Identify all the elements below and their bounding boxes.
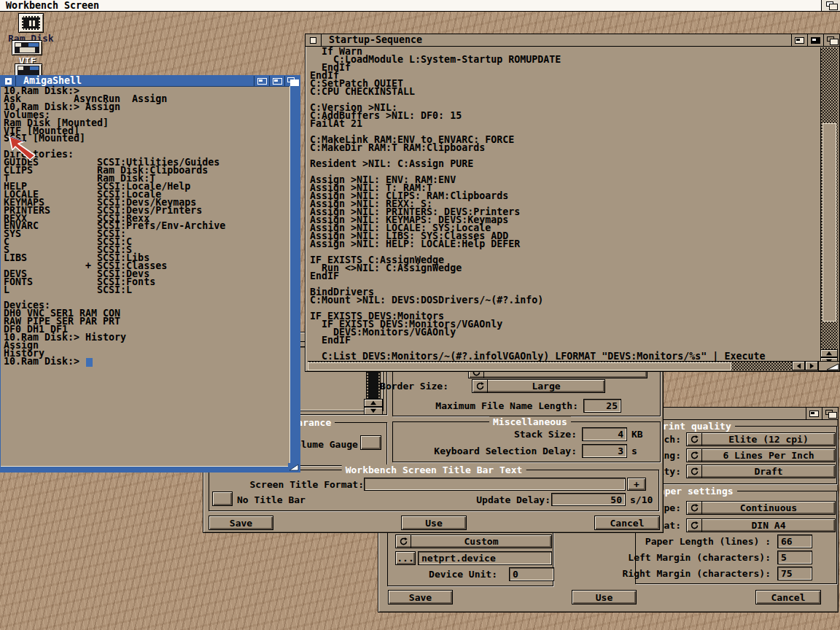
right-margin-field[interactable]: 75	[777, 567, 812, 580]
pitch-cycle[interactable]: Elite (12 cpi)	[686, 432, 836, 446]
close-gadget[interactable]	[306, 34, 322, 46]
keydelay-unit-label: s	[631, 446, 637, 456]
startup-resize-gadget[interactable]	[818, 361, 840, 371]
cycle-icon	[396, 535, 411, 548]
cycle-icon	[687, 433, 702, 446]
printer-type-value: Custom	[411, 535, 551, 548]
stack-size-field[interactable]: 4	[582, 427, 627, 441]
quality-value: Draft	[702, 465, 835, 478]
paper-length-label: Paper Length (lines) :	[645, 536, 771, 547]
printer-cancel-button[interactable]: Cancel	[755, 590, 821, 604]
printer-use-button[interactable]: Use	[572, 590, 637, 604]
max-filename-label: Maximum File Name Length:	[435, 400, 578, 411]
spacing-cycle[interactable]: 6 Lines Per Inch	[686, 448, 836, 462]
paper-type-cycle[interactable]: Continuous	[686, 501, 836, 515]
startup-scroll-left-button[interactable]	[792, 361, 805, 370]
ram-disk-icon[interactable]: Ram Disk	[18, 13, 44, 33]
cycle-icon	[687, 519, 702, 532]
startup-hscrollbar-track[interactable]	[308, 361, 792, 370]
update-delay-field[interactable]: 50	[551, 493, 626, 506]
keydelay-field[interactable]: 3	[582, 444, 627, 458]
device-name-field[interactable]: netprt.device	[418, 551, 552, 565]
listview-scrollbar-thumb[interactable]	[368, 370, 378, 399]
print-quality-header: Print quality	[653, 421, 735, 432]
stack-size-label: Stack Size:	[514, 429, 577, 440]
update-delay-unit: s/10	[630, 494, 653, 505]
left-margin-label: Left Margin (characters):	[628, 552, 771, 563]
format-insert-button[interactable]: +	[627, 478, 646, 491]
screen-titlebar[interactable]: Workbench Screen	[0, 0, 840, 12]
volume-gauge-checkbox[interactable]	[360, 435, 381, 450]
iconify-gadget[interactable]	[807, 34, 823, 46]
border-size-label: Border Size:	[380, 381, 448, 392]
printer-save-button[interactable]: Save	[388, 590, 453, 604]
screen-title-format-label: Screen Title Format:	[249, 479, 364, 490]
left-margin-field[interactable]: 5	[777, 551, 812, 564]
pitch-value: Elite (12 cpi)	[702, 433, 835, 446]
startup-vscrollbar-track[interactable]	[820, 47, 838, 349]
cycle-icon	[687, 502, 702, 514]
list-scroll-down-button[interactable]	[364, 407, 383, 415]
no-titlebar-checkbox[interactable]	[212, 491, 233, 506]
update-delay-label: Update Delay:	[476, 494, 551, 505]
mouse-pointer-icon	[9, 136, 38, 160]
shell-right-scrollbar[interactable]	[289, 86, 300, 472]
no-titlebar-label: No Title Bar	[237, 494, 306, 505]
miscellaneous-group: Miscellaneous Stack Size: 4 KB Keyboard …	[392, 421, 661, 462]
zoom-gadget[interactable]	[806, 408, 822, 419]
wbprefs-cancel-button[interactable]: Cancel	[594, 516, 660, 530]
zoom-gadget[interactable]	[791, 34, 807, 46]
device-unit-label: Device Unit:	[429, 569, 497, 580]
startup-scroll-right-button[interactable]	[805, 361, 818, 370]
vif-disk-icon[interactable]: VIF	[12, 40, 42, 55]
amigashell-window: AmigaShell 10.Ram Disk:> Ask AsyncRun As…	[0, 75, 300, 472]
screen-title: Workbench Screen	[6, 0, 99, 11]
right-margin-label: Right Margin (characters):	[623, 568, 771, 579]
spacing-value: 6 Lines Per Inch	[702, 449, 835, 462]
max-filename-field[interactable]: 25	[583, 399, 621, 413]
device-browse-button[interactable]: ...	[395, 551, 416, 565]
cycle-icon	[687, 449, 702, 462]
shell-title: AmigaShell	[16, 76, 82, 86]
miscellaneous-header: Miscellaneous	[489, 416, 571, 427]
keydelay-label: Keyboard Selection Delay:	[434, 446, 577, 456]
depth-gadget[interactable]	[823, 34, 839, 46]
printer-type-cycle[interactable]: Custom	[395, 534, 552, 548]
startup-sequence-window: Startup-Sequence If Warn C:LoadModule L:…	[305, 34, 840, 372]
startup-titlebar[interactable]: Startup-Sequence	[306, 34, 839, 47]
paper-format-cycle[interactable]: DIN A4	[686, 518, 836, 532]
close-gadget[interactable]	[1, 76, 16, 86]
list-scroll-up-button[interactable]	[364, 399, 383, 407]
shell-bottom-border	[1, 466, 300, 472]
ram-chip-icon	[18, 13, 44, 33]
shell-cursor	[86, 358, 93, 367]
titlebar-text-header: Workbench Screen Title Bar Text	[342, 464, 526, 475]
quality-cycle[interactable]: Draft	[686, 464, 836, 478]
device-unit-field[interactable]: 0	[509, 567, 554, 581]
screen-title-format-field[interactable]	[364, 478, 626, 491]
screen-depth-gadget[interactable]	[821, 0, 840, 11]
depth-gadget[interactable]	[822, 408, 838, 419]
startup-text: If Warn C:LoadModule L:System-Startup RO…	[310, 47, 765, 360]
cycle-icon	[472, 380, 488, 392]
titlebar-text-group: Workbench Screen Title Bar Text Screen T…	[209, 470, 659, 511]
startup-vscrollbar-thumb[interactable]	[822, 123, 836, 322]
paper-format-value: DIN A4	[702, 519, 835, 532]
shell-output[interactable]: 10.Ram Disk:> Ask AsyncRun Assign 10.Ram…	[4, 88, 225, 366]
depth-gadget[interactable]	[284, 76, 300, 86]
cycle-icon	[687, 465, 702, 478]
paper-type-value: Continuous	[702, 502, 835, 514]
startup-hscrollbar-thumb[interactable]	[308, 362, 731, 370]
startup-scroll-up-button[interactable]	[820, 349, 838, 357]
paper-length-field[interactable]: 66	[777, 534, 812, 548]
floppy-icon	[12, 40, 42, 55]
border-size-value: Large	[488, 380, 604, 392]
wbprefs-use-button[interactable]: Use	[401, 516, 467, 530]
startup-title: Startup-Sequence	[322, 34, 422, 46]
iconify-gadget[interactable]	[269, 76, 284, 86]
border-size-cycle[interactable]: Large	[472, 379, 605, 393]
stack-unit-label: KB	[631, 429, 643, 440]
wbprefs-save-button[interactable]: Save	[209, 516, 273, 530]
zoom-gadget[interactable]	[254, 76, 269, 86]
shell-resize-gadget[interactable]	[288, 463, 300, 472]
